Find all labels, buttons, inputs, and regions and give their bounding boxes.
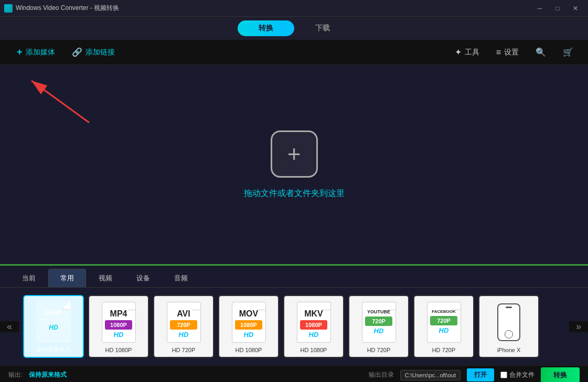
format-area: 当前 常用 视频 设备 音频 « SAME same as source HD …	[0, 264, 588, 365]
format-card-mkv[interactable]: MKV 1080P HD HD 1080P	[283, 295, 344, 358]
format-card-same[interactable]: SAME same as source HD 保持原来格式	[23, 295, 84, 358]
link-icon: 🔗	[72, 47, 82, 57]
bottom-bar: 输出: 保持原来格式 输出目录 C:\Users\pc...oft\out 打开…	[0, 365, 588, 382]
format-card-mov[interactable]: MOV 1080P HD HD 1080P	[218, 295, 279, 358]
mp4-hd: HD	[114, 331, 124, 339]
facebook-icon-area: FACEBOOK 720P HD	[425, 300, 463, 345]
nav-prev-button[interactable]: «	[0, 321, 19, 332]
format-card-facebook[interactable]: FACEBOOK 720P HD HD 720P	[413, 295, 474, 358]
youtube-badge: 720P	[365, 316, 392, 326]
same-doc-shape: SAME same as source HD	[37, 301, 71, 342]
plus-icon: +	[17, 47, 23, 58]
same-hd: HD	[49, 324, 58, 331]
mkv-hd: HD	[309, 331, 319, 339]
search-icon: 🔍	[536, 47, 546, 57]
arrow-annotation	[16, 70, 100, 133]
close-button[interactable]: ✕	[567, 1, 584, 16]
youtube-icon-area: YOUTUBE 720P HD	[360, 300, 398, 345]
drop-hint: 拖动文件或者文件夹到这里	[244, 188, 345, 199]
toolbar: + 添加媒体 🔗 添加链接 ✦ 工具 ≡ 设置 🔍 🛒	[0, 40, 588, 65]
menu-icon: ≡	[496, 48, 501, 57]
dir-path: C:\Users\pc...oft\out	[400, 370, 461, 380]
open-button[interactable]: 打开	[467, 368, 494, 381]
avi-icon-area: AVI 720P HD	[165, 300, 202, 345]
add-large-icon: +	[287, 143, 301, 166]
maximize-button[interactable]: □	[549, 1, 566, 16]
format-card-youtube[interactable]: YOUTUBE 720P HD HD 720P	[348, 295, 409, 358]
avi-badge: 720P	[170, 320, 197, 330]
facebook-badge: 720P	[430, 316, 457, 325]
facebook-hd: HD	[439, 326, 449, 334]
format-tab-device[interactable]: 设备	[125, 269, 162, 287]
format-card-avi[interactable]: AVI 720P HD HD 720P	[153, 295, 214, 358]
cart-button[interactable]: 🛒	[557, 43, 580, 61]
nav-next-button[interactable]: »	[569, 321, 588, 332]
output-label: 输出:	[8, 370, 23, 379]
arrow-svg	[16, 70, 100, 133]
merge-label[interactable]: 合并文件	[509, 370, 534, 379]
tools-label: 工具	[465, 48, 479, 57]
add-link-label: 添加链接	[85, 48, 115, 57]
mp4-name: MP4	[110, 310, 127, 318]
tools-icon: ✦	[455, 47, 462, 57]
format-card-mp4[interactable]: MP4 1080P HD HD 1080P	[88, 295, 149, 358]
merge-check: 合并文件	[500, 370, 534, 379]
facebook-doc-shape: FACEBOOK 720P HD	[427, 302, 461, 343]
app-title: Windows Video Converter - 视频转换	[16, 4, 119, 13]
title-bar: Windows Video Converter - 视频转换 ─ □ ✕	[0, 0, 588, 17]
format-tab-current[interactable]: 当前	[10, 269, 47, 287]
tools-button[interactable]: ✦ 工具	[448, 43, 486, 61]
mkv-label: HD 1080P	[301, 347, 327, 353]
iphone-label: iPhone X	[497, 347, 521, 353]
youtube-doc-shape: YOUTUBE 720P HD	[362, 302, 396, 343]
mov-name: MOV	[239, 310, 258, 318]
add-link-button[interactable]: 🔗 添加链接	[63, 43, 123, 61]
iphone-shape	[497, 303, 520, 341]
format-tab-audio[interactable]: 音频	[163, 269, 199, 287]
tab-convert[interactable]: 转换	[238, 20, 294, 36]
main-content: + 拖动文件或者文件夹到这里	[0, 65, 588, 264]
mp4-icon-area: MP4 1080P HD	[100, 300, 137, 345]
minimize-button[interactable]: ─	[531, 1, 548, 16]
settings-label: 设置	[504, 48, 519, 57]
mkv-doc-shape: MKV 1080P HD	[297, 302, 331, 343]
format-tab-common[interactable]: 常用	[48, 269, 86, 287]
format-tab-video[interactable]: 视频	[87, 269, 124, 287]
mp4-badge: 1080P	[105, 320, 132, 330]
facebook-name: FACEBOOK	[432, 310, 455, 314]
youtube-name: YOUTUBE	[367, 310, 390, 314]
same-sub: same as source	[39, 317, 68, 322]
settings-button[interactable]: ≡ 设置	[490, 43, 525, 61]
format-cards: SAME same as source HD 保持原来格式 MP4 1080P …	[19, 293, 569, 360]
title-bar-left: Windows Video Converter - 视频转换	[4, 4, 119, 13]
convert-button[interactable]: 转换	[541, 367, 580, 383]
avi-label: HD 720P	[172, 347, 196, 353]
title-bar-controls: ─ □ ✕	[531, 1, 584, 16]
tab-bar: 转换 下载	[0, 17, 588, 40]
youtube-label: HD 720P	[367, 347, 391, 353]
format-row-container: « SAME same as source HD 保持原来格式 MP4	[0, 288, 588, 365]
mp4-label: HD 1080P	[105, 347, 132, 353]
mp4-doc-shape: MP4 1080P HD	[102, 302, 136, 343]
format-tabs: 当前 常用 视频 设备 音频	[0, 266, 588, 288]
avi-hd: HD	[179, 331, 189, 339]
tab-download[interactable]: 下载	[294, 20, 351, 36]
add-media-label: 添加媒体	[26, 48, 55, 57]
mov-label: HD 1080P	[236, 347, 262, 353]
add-large-button[interactable]: +	[271, 130, 318, 178]
same-format-name: SAME	[44, 309, 63, 316]
merge-checkbox[interactable]	[500, 372, 507, 378]
mkv-name: MKV	[304, 310, 323, 318]
same-label: 保持原来格式	[36, 346, 71, 354]
mkv-icon-area: MKV 1080P HD	[295, 300, 333, 345]
mov-doc-shape: MOV 1080P HD	[232, 302, 266, 343]
search-button[interactable]: 🔍	[529, 43, 552, 61]
dir-label: 输出目录	[369, 370, 394, 379]
avi-doc-shape: AVI 720P HD	[167, 302, 201, 343]
mov-badge: 1080P	[235, 320, 262, 330]
cart-icon: 🛒	[563, 47, 573, 57]
toolbar-right: ✦ 工具 ≡ 设置 🔍 🛒	[448, 43, 580, 61]
add-media-button[interactable]: + 添加媒体	[8, 42, 63, 62]
format-card-iphone[interactable]: iPhone X	[478, 295, 539, 358]
mkv-badge: 1080P	[300, 320, 327, 330]
